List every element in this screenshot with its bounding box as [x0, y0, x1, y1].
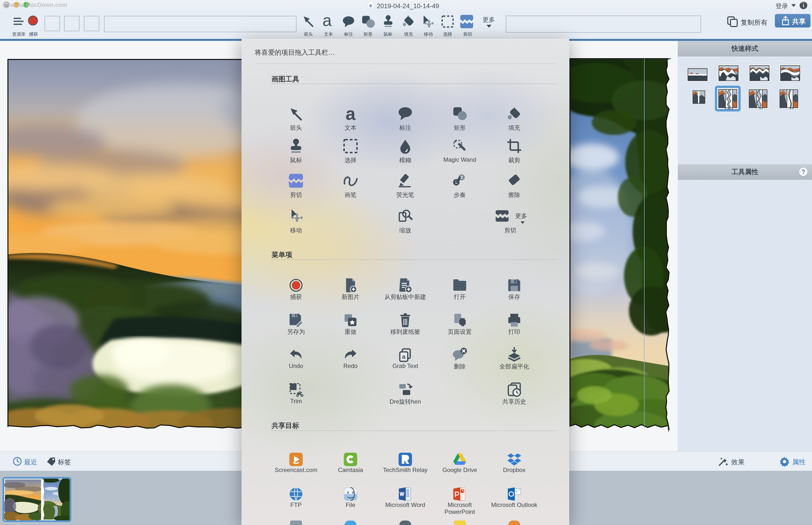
- svg-text:a: a: [402, 353, 406, 360]
- svg-text:2: 2: [460, 175, 463, 180]
